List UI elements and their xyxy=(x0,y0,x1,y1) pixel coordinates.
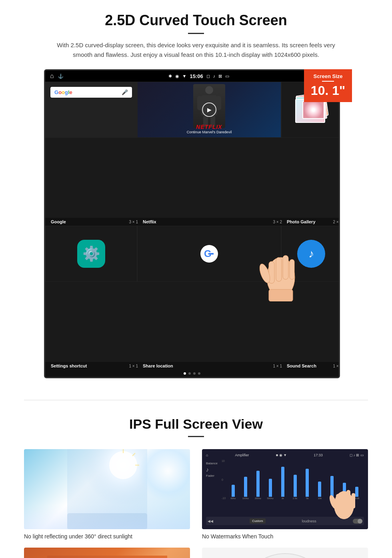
amp-icons: ■ ◉ ▼ xyxy=(276,453,287,457)
amp-fader-label: Fader xyxy=(206,474,218,478)
google-label: Google 3 × 1 xyxy=(48,219,140,224)
svg-rect-21 xyxy=(67,513,147,529)
status-center: ✱ ◉ ▼ 15:06 ◻ ♪ ⊠ ▭ xyxy=(168,73,230,79)
amp-balance-label: Balance xyxy=(206,462,218,465)
badge-underline xyxy=(322,81,334,82)
svg-rect-10 xyxy=(276,257,282,281)
feature-cheetah: Super Fast Response xyxy=(24,548,190,558)
google-logo: Google xyxy=(54,89,72,95)
share-app-size: 1 × 1 xyxy=(273,364,282,368)
netflix-subtitle: Continue Marvel's Daredevil xyxy=(141,130,278,134)
netflix-overlay: NETFLIX Continue Marvel's Daredevil xyxy=(138,120,281,137)
settings-app-name: Settings shortcut xyxy=(51,363,87,368)
gallery-app-size: 2 × 2 xyxy=(333,220,340,224)
maps-icon-wrapper: G xyxy=(195,240,223,268)
amp-loudness-label: loudness xyxy=(302,519,316,523)
screen-pagination xyxy=(45,370,339,377)
share-location-app-cell[interactable]: G xyxy=(137,226,281,282)
settings-icon-wrapper: ⚙️ xyxy=(77,240,105,268)
gallery-card-3 xyxy=(295,99,325,123)
svg-rect-24 xyxy=(346,490,350,508)
status-time: 15:06 xyxy=(190,73,203,79)
sunlight-image xyxy=(24,449,190,529)
pagination-dot-1 xyxy=(184,372,186,375)
pagination-dot-4 xyxy=(198,372,200,375)
settings-app-size: 1 × 1 xyxy=(129,364,138,368)
share-app-name: Share location xyxy=(143,363,173,368)
pagination-dot-3 xyxy=(193,372,196,375)
svg-point-44 xyxy=(245,554,325,558)
sunlight-label: No light reflecting under 360° direct su… xyxy=(24,533,190,540)
sound-app-size: 1 × 1 xyxy=(333,364,340,368)
amplifier-label: No Watermarks When Touch xyxy=(202,533,368,540)
camera-icon: ◻ xyxy=(206,74,210,79)
screen-size-badge: Screen Size 10. 1" xyxy=(304,69,352,102)
amp-custom-button[interactable]: Custom xyxy=(250,518,266,524)
settings-app-cell[interactable]: ⚙️ xyxy=(45,226,137,282)
netflix-logo: NETFLIX xyxy=(141,124,278,130)
hand-icon xyxy=(257,221,305,301)
badge-size: 10. 1" xyxy=(310,83,346,98)
volume-icon: ♪ xyxy=(213,74,216,78)
feature-amplifier: ⌂ Amplifier ■ ◉ ▼ 17:33 ◻ ♪ ⊠ ▭ Balance … xyxy=(202,449,368,540)
bluetooth-icon: ✱ xyxy=(168,74,172,79)
netflix-play-button[interactable]: ▶ xyxy=(202,102,216,117)
svg-rect-11 xyxy=(283,255,288,279)
usb-icon: ⚓ xyxy=(58,74,64,79)
google-search-bar[interactable]: Google 🎤 xyxy=(50,87,132,98)
location-icon: ◉ xyxy=(175,74,179,79)
device-wrapper: Screen Size 10. 1" ⌂ ⚓ ✱ ◉ ▼ 15:06 ◻ ♪ xyxy=(44,69,348,378)
badge-label: Screen Size xyxy=(310,73,346,79)
svg-rect-23 xyxy=(341,491,345,509)
status-left: ⌂ ⚓ xyxy=(50,72,64,80)
section1-title: 2.5D Curved Touch Screen xyxy=(24,12,368,29)
amp-topbar: ⌂ Amplifier ■ ◉ ▼ 17:33 ◻ ♪ ⊠ ▭ xyxy=(206,453,364,457)
google-app-name: Google xyxy=(51,219,66,224)
section-divider xyxy=(24,400,368,400)
amp-controls-icons: ◻ ♪ ⊠ ▭ xyxy=(350,453,364,457)
feature-grid: No light reflecting under 360° direct su… xyxy=(24,449,368,558)
home-icon[interactable]: ⌂ xyxy=(50,72,54,80)
section1-description: With 2.5D curved-display screen, this de… xyxy=(56,40,336,60)
amp-volume-icon: ♪ xyxy=(206,466,218,473)
svg-rect-28 xyxy=(47,556,167,558)
wifi-icon: ▼ xyxy=(182,74,187,78)
section-curved-touch: 2.5D Curved Touch Screen With 2.5D curve… xyxy=(0,0,392,388)
feature-sunlight: No light reflecting under 360° direct su… xyxy=(24,449,190,540)
section-ips: IPS Full Screen View xyxy=(0,412,392,558)
cheetah-image xyxy=(24,548,190,558)
amp-prev-icon[interactable]: ◀◀ xyxy=(208,519,213,523)
google-app-cell[interactable]: Google 🎤 xyxy=(45,82,137,138)
loudness-toggle[interactable] xyxy=(353,519,362,524)
google-app-size: 3 × 1 xyxy=(129,220,138,224)
amp-title: Amplifier xyxy=(235,453,249,457)
title-underline xyxy=(188,33,204,34)
svg-rect-0 xyxy=(205,86,213,94)
share-label: Share location 1 × 1 xyxy=(140,363,284,368)
amp-time: 17:33 xyxy=(314,453,323,457)
svg-rect-26 xyxy=(352,493,355,508)
netflix-app-cell[interactable]: ▶ NETFLIX Continue Marvel's Daredevil xyxy=(137,82,281,138)
amplifier-image: ⌂ Amplifier ■ ◉ ▼ 17:33 ◻ ♪ ⊠ ▭ Balance … xyxy=(202,449,368,529)
mic-icon[interactable]: 🎤 xyxy=(122,89,128,95)
touch-hand-icon xyxy=(328,473,360,521)
sound-app-name: Sound Search xyxy=(287,363,316,368)
music-note-icon: ♪ xyxy=(308,247,314,260)
label-row-2: Settings shortcut 1 × 1 Share location 1… xyxy=(45,362,339,370)
section2-underline xyxy=(188,436,204,437)
signal-icon: ⊠ xyxy=(218,74,222,79)
netflix-app-name: Netflix xyxy=(143,219,156,224)
android-screen: ⌂ ⚓ ✱ ◉ ▼ 15:06 ◻ ♪ ⊠ ▭ xyxy=(44,69,340,378)
sound-label: Sound Search 1 × 1 xyxy=(284,363,340,368)
settings-gear-icon: ⚙️ xyxy=(82,245,100,262)
svg-rect-25 xyxy=(336,494,340,510)
svg-rect-15 xyxy=(269,289,293,301)
section2-title: IPS Full Screen View xyxy=(24,416,368,432)
car-image xyxy=(202,548,368,558)
settings-label: Settings shortcut 1 × 1 xyxy=(48,363,140,368)
battery-icon: ▭ xyxy=(225,74,229,79)
amp-home-icon: ⌂ xyxy=(206,453,208,457)
status-bar: ⌂ ⚓ ✱ ◉ ▼ 15:06 ◻ ♪ ⊠ ▭ xyxy=(45,70,339,82)
svg-rect-8 xyxy=(209,253,214,255)
pagination-dot-2 xyxy=(188,372,191,375)
